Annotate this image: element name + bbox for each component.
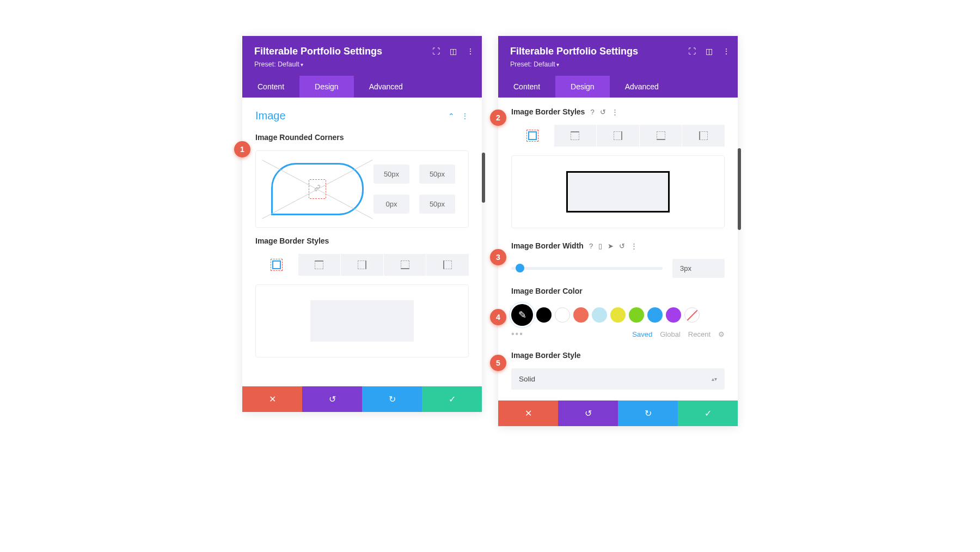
callout-4: 4 [490,309,506,325]
gear-icon[interactable]: ⚙ [718,330,725,338]
border-tab-all[interactable] [255,254,298,276]
border-tab-all[interactable] [511,125,554,147]
help-docs-icon[interactable]: ◫ [450,47,457,56]
reset-icon[interactable]: ↺ [600,108,606,116]
redo-button[interactable]: ↻ [618,401,678,426]
help-docs-icon[interactable]: ◫ [706,47,713,56]
border-width-slider [511,259,725,278]
callout-3: 3 [490,249,506,265]
section-menu-icon[interactable]: ⋮ [461,112,469,120]
border-tab-left[interactable] [682,125,725,147]
main-tabs: Content Design Advanced [242,76,482,98]
reset-icon[interactable]: ↺ [619,242,625,250]
responsive-icon[interactable]: ▯ [598,242,602,250]
panel-header: Filterable Portfolio Settings Preset: De… [498,36,738,76]
swatch-yellow[interactable] [610,307,626,323]
swatch-white[interactable] [555,307,570,323]
undo-button[interactable]: ↺ [302,386,362,412]
global-tab[interactable]: Global [660,330,681,338]
rounded-corners-label: Image Rounded Corners [242,129,482,146]
border-style-label: Image Border Style [498,347,738,364]
slider-thumb[interactable] [516,264,524,272]
border-tab-top[interactable] [298,254,341,276]
kebab-menu-icon[interactable]: ⋮ [722,47,730,56]
border-style-select[interactable]: Solid ▴▾ [511,368,725,390]
header-actions: ⛶ ◫ ⋮ [688,47,730,56]
callout-1: 1 [234,141,250,157]
main-tabs: Content Design Advanced [498,76,738,98]
border-color-label: Image Border Color [498,282,738,300]
border-tab-left[interactable] [426,254,469,276]
eyedropper-button[interactable]: ✎ [507,300,538,331]
border-edge-tabs [255,254,469,276]
more-swatches-icon[interactable]: ••• [511,329,624,339]
border-preview [511,155,725,228]
collapse-icon[interactable]: ⌃ [448,112,455,120]
saved-tab[interactable]: Saved [632,330,652,338]
border-styles-label: Image Border Styles ? ↺ ⋮ [498,98,738,120]
kebab-menu-icon[interactable]: ⋮ [467,47,474,56]
swatch-blue[interactable] [647,307,663,323]
corner-tl-input[interactable] [373,165,409,184]
tab-content[interactable]: Content [498,76,555,98]
tab-advanced[interactable]: Advanced [610,76,674,98]
border-preview [255,284,469,357]
section-header: Image ⌃ ⋮ [242,98,482,129]
save-button[interactable]: ✓ [422,386,482,412]
border-tab-bottom[interactable] [640,125,683,147]
undo-button[interactable]: ↺ [558,401,618,426]
corner-br-input[interactable] [419,195,455,214]
border-preview-box [566,171,670,213]
settings-panel-left: Filterable Portfolio Settings Preset: De… [242,36,482,412]
callout-2: 2 [490,110,506,126]
tab-advanced[interactable]: Advanced [354,76,418,98]
expand-icon[interactable]: ⛶ [432,47,440,56]
swatch-coral[interactable] [573,307,589,323]
corner-bl-input[interactable] [373,195,409,214]
help-icon[interactable]: ? [590,108,594,116]
scrollbar[interactable] [738,148,741,230]
hover-icon[interactable]: ➤ [608,242,614,250]
border-width-label: Image Border Width ? ▯ ➤ ↺ ⋮ [498,237,738,254]
expand-icon[interactable]: ⛶ [688,47,696,56]
panel-footer: ✕ ↺ ↻ ✓ [498,401,738,426]
swatch-black[interactable] [536,307,552,323]
rounded-corners-widget [255,150,469,228]
header-actions: ⛶ ◫ ⋮ [432,47,474,56]
recent-tab[interactable]: Recent [688,330,710,338]
field-menu-icon[interactable]: ⋮ [630,242,638,250]
swatch-tabs: ••• Saved Global Recent ⚙ [511,329,725,339]
preset-dropdown[interactable]: Preset: Default [254,60,470,68]
redo-button[interactable]: ↻ [362,386,422,412]
tab-content[interactable]: Content [242,76,299,98]
callout-5: 5 [490,355,506,371]
border-edge-tabs [511,125,725,147]
help-icon[interactable]: ? [589,242,593,250]
swatch-purple[interactable] [666,307,681,323]
panel-header: Filterable Portfolio Settings Preset: De… [242,36,482,76]
scrollbar[interactable] [482,153,485,203]
border-tab-right[interactable] [341,254,384,276]
border-tab-top[interactable] [554,125,597,147]
border-tab-right[interactable] [597,125,640,147]
color-swatches: ✎ [511,304,725,326]
tab-design[interactable]: Design [555,76,610,98]
corner-tr-input[interactable] [419,165,455,184]
slider-track[interactable] [511,267,663,270]
section-title: Image [255,110,286,122]
border-width-input[interactable] [672,259,725,278]
cancel-button[interactable]: ✕ [498,401,558,426]
swatch-none[interactable] [684,307,700,323]
cancel-button[interactable]: ✕ [242,386,302,412]
preset-dropdown[interactable]: Preset: Default [510,60,726,68]
border-styles-label: Image Border Styles [242,232,482,250]
field-menu-icon[interactable]: ⋮ [611,108,618,116]
corner-preview [271,163,364,215]
swatch-lime[interactable] [629,307,644,323]
panel-body: Image ⌃ ⋮ 1 Image Rounded Corners Image … [242,98,482,386]
save-button[interactable]: ✓ [678,401,738,426]
border-tab-bottom[interactable] [384,254,427,276]
swatch-lightblue[interactable] [592,307,607,323]
tab-design[interactable]: Design [299,76,354,98]
border-preview-box [310,300,414,342]
